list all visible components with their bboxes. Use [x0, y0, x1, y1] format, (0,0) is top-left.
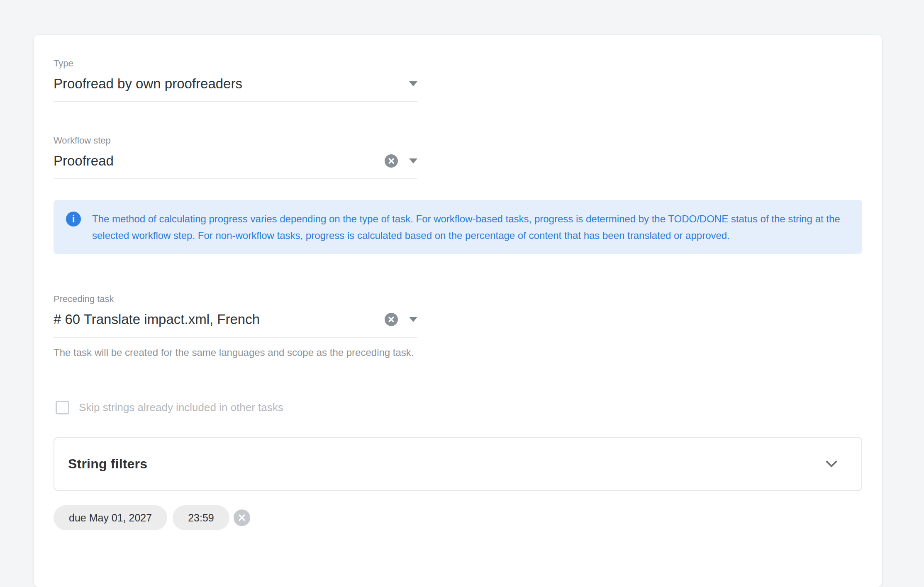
- chevron-down-icon: [826, 460, 837, 468]
- workflow-step-field: Workflow step Proofread: [54, 135, 417, 179]
- preceding-task-select-controls: [385, 313, 417, 326]
- task-form-card: Type Proofread by own proofreaders Workf…: [34, 35, 882, 587]
- chevron-down-icon: [409, 158, 417, 163]
- progress-info-text: The method of calculating progress varie…: [92, 211, 846, 244]
- clear-preceding-task-button[interactable]: [385, 313, 398, 326]
- close-icon: [388, 158, 395, 164]
- type-field: Type Proofread by own proofreaders: [54, 58, 417, 102]
- skip-strings-checkbox-label: Skip strings already included in other t…: [79, 400, 283, 414]
- skip-strings-checkbox[interactable]: [56, 401, 69, 414]
- info-icon: i: [66, 212, 81, 227]
- clear-workflow-step-button[interactable]: [385, 154, 398, 168]
- string-filters-panel-header[interactable]: String filters: [54, 437, 862, 491]
- task-form-content: Type Proofread by own proofreaders Workf…: [34, 35, 882, 530]
- progress-info-notice: i The method of calculating progress var…: [54, 200, 862, 254]
- remove-due-date-button[interactable]: [234, 509, 250, 526]
- type-select-controls: [409, 81, 417, 86]
- preceding-task-select[interactable]: # 60 Translate impact.xml, French: [54, 310, 417, 338]
- preceding-task-helper-text: The task will be created for the same la…: [54, 345, 417, 360]
- chevron-down-icon: [409, 317, 417, 322]
- workflow-step-select-value: Proofread: [54, 152, 114, 170]
- task-form-page: Type Proofread by own proofreaders Workf…: [0, 0, 924, 587]
- preceding-task-field-label: Preceding task: [54, 294, 417, 304]
- string-filters-title: String filters: [68, 456, 147, 472]
- due-time-chip[interactable]: 23:59: [173, 505, 229, 530]
- preceding-task-field: Preceding task # 60 Translate impact.xml…: [54, 294, 417, 338]
- close-icon: [238, 514, 246, 522]
- skip-strings-checkbox-row[interactable]: Skip strings already included in other t…: [54, 400, 283, 414]
- type-field-label: Type: [54, 58, 417, 69]
- type-select-value: Proofread by own proofreaders: [54, 75, 242, 93]
- close-icon: [388, 316, 395, 323]
- workflow-step-select-controls: [385, 154, 417, 168]
- due-date-chips-row: due May 01, 2027 23:59: [54, 505, 862, 530]
- workflow-step-field-label: Workflow step: [54, 135, 417, 146]
- chevron-down-icon: [409, 81, 417, 86]
- preceding-task-select-value: # 60 Translate impact.xml, French: [54, 310, 260, 329]
- workflow-step-select[interactable]: Proofread: [54, 152, 417, 179]
- due-date-chip[interactable]: due May 01, 2027: [54, 505, 167, 530]
- type-select[interactable]: Proofread by own proofreaders: [54, 75, 417, 102]
